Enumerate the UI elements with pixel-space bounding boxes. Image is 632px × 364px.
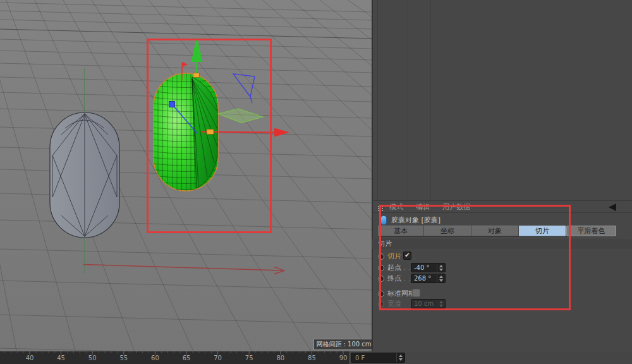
keyframe-circle-icon[interactable] xyxy=(378,291,384,297)
capsule-object-icon xyxy=(380,215,387,225)
attribute-tabs: 基本 坐标 对象 切片 平滑着色(Phong) xyxy=(378,226,616,237)
keyframe-circle-icon[interactable] xyxy=(378,276,384,282)
collapse-left-arrow-icon[interactable] xyxy=(609,203,616,211)
grid-spacing-badge: 网格间距 : 100 cm xyxy=(313,339,372,350)
spinner-arrows-icon[interactable] xyxy=(437,274,445,282)
property-row-slice: 切片 . . . ✔ xyxy=(378,252,568,261)
menu-item-userdata[interactable]: 用户数据 xyxy=(442,202,470,212)
slice-checkbox[interactable]: ✔ xyxy=(403,252,411,260)
timeline-bar: 40 45 50 55 60 65 70 75 80 85 90 0 F xyxy=(0,351,632,364)
viewport-scene xyxy=(0,0,372,351)
capsule-mesh-gray[interactable] xyxy=(50,112,119,238)
plane-handle-green[interactable] xyxy=(218,109,263,123)
tab-basic[interactable]: 基本 xyxy=(378,226,423,236)
current-frame-field[interactable]: 0 F xyxy=(351,353,405,363)
width-value: 10 cm xyxy=(411,300,437,307)
end-angle-field[interactable]: 268 ° xyxy=(411,274,446,283)
panel-column-divider xyxy=(430,0,431,200)
tab-phong[interactable]: 平滑着色(Phong) xyxy=(566,226,616,236)
timeline-ruler[interactable]: 40 45 50 55 60 65 70 75 80 85 90 xyxy=(0,351,349,364)
standard-mesh-checkbox[interactable] xyxy=(412,289,420,297)
handle-red-flag-line[interactable] xyxy=(182,62,183,81)
ruler-number: 40 xyxy=(26,355,34,361)
end-angle-value[interactable]: 268 ° xyxy=(411,275,437,282)
property-row-standard-mesh: 标准网格 xyxy=(378,289,568,298)
width-field-disabled: 10 cm xyxy=(411,299,446,308)
y-axis-arrowhead[interactable] xyxy=(191,37,203,62)
cap-height-handle[interactable] xyxy=(193,73,200,78)
ruler-number: 75 xyxy=(245,355,253,361)
start-angle-value[interactable]: -40 ° xyxy=(411,264,437,271)
viewport-panel-divider xyxy=(372,0,373,351)
ruler-number: 90 xyxy=(339,355,348,361)
ruler-number: 55 xyxy=(119,355,128,361)
property-label: 宽度 xyxy=(387,299,401,308)
z-axis-handle[interactable] xyxy=(169,102,175,107)
current-frame-value[interactable]: 0 F xyxy=(351,355,396,361)
panel-column-divider xyxy=(377,0,378,200)
radius-handle[interactable] xyxy=(207,130,214,135)
spinner-arrows-icon[interactable] xyxy=(437,264,445,272)
viewport-3d[interactable]: 网格间距 : 100 cm xyxy=(0,0,372,351)
ruler-number: 85 xyxy=(308,355,316,361)
c4d-window: 网格间距 : 100 cm 模式 编辑 用户数据 胶囊对象 [胶囊] 基本 坐标… xyxy=(0,0,632,364)
keyframe-circle-icon xyxy=(378,301,384,307)
attribute-manager-menubar: 模式 编辑 用户数据 xyxy=(372,200,632,213)
tab-object[interactable]: 对象 xyxy=(471,226,518,236)
ruler-number: 65 xyxy=(183,355,191,361)
panel-column-divider xyxy=(408,0,408,200)
property-label: 起点 xyxy=(387,263,401,272)
start-angle-field[interactable]: -40 ° xyxy=(411,263,446,272)
ruler-number: 45 xyxy=(57,355,65,361)
ruler-number: 60 xyxy=(151,355,159,361)
spinner-arrows-icon xyxy=(437,300,445,308)
tab-coordinates[interactable]: 坐标 xyxy=(424,226,471,236)
spinner-arrows-icon[interactable] xyxy=(396,353,404,362)
ruler-number: 50 xyxy=(88,355,97,361)
keyframe-circle-icon[interactable] xyxy=(378,253,384,260)
property-row-end: 终点 . . . 268 ° xyxy=(378,274,568,283)
menu-item-mode[interactable]: 模式 xyxy=(389,202,403,212)
ruler-number: 70 xyxy=(214,355,222,361)
property-row-width: 宽度 . . . 10 cm xyxy=(378,299,568,308)
keyframe-circle-icon[interactable] xyxy=(378,265,384,271)
menu-item-edit[interactable]: 编辑 xyxy=(416,202,430,212)
ruler-number: 80 xyxy=(276,355,284,361)
menu-grid-icon[interactable] xyxy=(378,206,379,207)
property-label: 切片 xyxy=(387,252,401,261)
world-x-axis xyxy=(83,265,282,271)
ruler-ticks xyxy=(0,351,349,364)
tab-slice[interactable]: 切片 xyxy=(519,226,566,236)
section-header-slice: 切片 xyxy=(372,239,632,249)
property-row-start: 起点 . . . -40 ° xyxy=(378,263,568,272)
handle-red-flag[interactable] xyxy=(183,62,188,67)
object-title-row: 胶囊对象 [胶囊] xyxy=(380,215,441,225)
x-axis-arrowhead[interactable] xyxy=(274,128,289,137)
property-label: 终点 xyxy=(387,274,401,283)
property-label: 标准网格 xyxy=(387,289,415,298)
object-title: 胶囊对象 [胶囊] xyxy=(391,215,441,225)
